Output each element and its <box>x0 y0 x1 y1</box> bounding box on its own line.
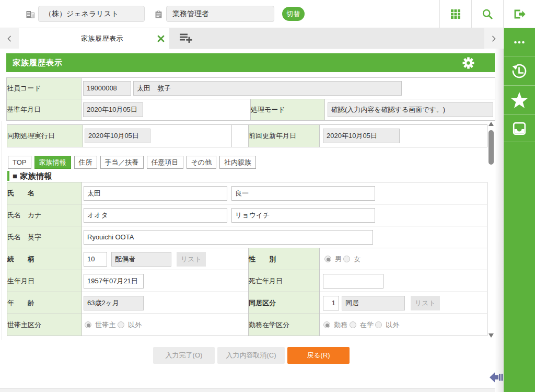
chevron-left-icon <box>7 36 11 42</box>
process-mode-field[interactable]: 確認(入力内容を確認する画面です。) <box>328 102 493 117</box>
work-school-label: 勤務在学区分 <box>249 314 320 336</box>
relation-list-button[interactable]: リスト <box>177 252 206 267</box>
company-icon <box>26 10 34 18</box>
tab-title: 家族履歴表示 <box>81 28 123 49</box>
living-list-button[interactable]: リスト <box>411 296 440 310</box>
sync-info-table: 同期処理実行日 2020年10月05日 前回更新年月日 2020年10月05日 <box>7 124 487 147</box>
sidebar-favorites-button[interactable] <box>504 86 535 115</box>
family-kana-sei-input[interactable]: オオタ <box>84 208 227 223</box>
sidebar-more-button[interactable] <box>504 28 535 56</box>
app-window: （株）ジェネラリスト 業務管理者 切替 <box>0 0 535 392</box>
screen-title-bar: 家族履歴表示 <box>6 53 495 72</box>
gender-female-radio[interactable] <box>343 256 350 262</box>
household-head-label: 世帯主 <box>95 320 116 330</box>
scrollbar-thumb[interactable] <box>489 130 494 165</box>
relation-code-input[interactable]: 10 <box>84 252 107 267</box>
tab-optional[interactable]: 任意項目 <box>147 156 183 169</box>
living-name-field[interactable]: 同居 <box>342 296 405 310</box>
household-head-radio[interactable] <box>85 321 91 328</box>
death-date-input[interactable] <box>323 274 383 289</box>
age-label: 年 齢 <box>7 292 82 314</box>
work-working-radio[interactable] <box>323 321 330 328</box>
family-romaji-input[interactable]: Ryouichi OOTA <box>84 230 373 245</box>
family-name-mei-input[interactable]: 良一 <box>231 186 375 201</box>
tab-top[interactable]: TOP <box>8 156 31 169</box>
search-button[interactable] <box>472 0 503 28</box>
search-icon <box>482 9 493 19</box>
household-other-radio[interactable] <box>118 321 124 328</box>
ellipsis-icon <box>514 41 525 44</box>
logout-button[interactable] <box>504 0 535 28</box>
living-label: 同居区分 <box>249 292 320 314</box>
relation-label: 続 柄 <box>7 248 82 270</box>
tab-close-icon[interactable] <box>157 35 165 42</box>
input-complete-button[interactable]: 入力完了(O) <box>153 347 215 364</box>
work-other-radio[interactable] <box>375 321 382 328</box>
family-kana-mei-input[interactable]: リョウイチ <box>231 208 375 223</box>
sidebar-history-button[interactable] <box>504 56 535 86</box>
back-button[interactable]: 戻る(R) <box>287 347 350 364</box>
gender-male-radio[interactable] <box>324 256 331 262</box>
role-icon <box>155 10 162 18</box>
tab-scroll-left-button[interactable] <box>0 28 19 49</box>
birth-date-label: 生年月日 <box>7 270 82 292</box>
employee-code-field[interactable]: 19000008 <box>83 81 131 96</box>
scrollbar-up-arrow[interactable] <box>489 122 494 126</box>
bottom-strip <box>0 388 495 392</box>
section-tabs: TOP 家族情報 住所 手当／扶養 任意項目 その他 社内親族 <box>8 156 256 169</box>
base-date-field[interactable]: 2020年10月05日 <box>83 102 143 117</box>
scrollbar-down-arrow[interactable] <box>489 333 494 338</box>
family-info-table: 氏 名 太田 良一 氏名 カナ オオタ リョウイチ <box>7 182 487 336</box>
gender-male-label: 男 <box>335 255 342 264</box>
section-header: ■ 家族情報 <box>7 171 52 181</box>
sync-date-label: 同期処理実行日 <box>7 125 83 147</box>
living-code-input[interactable]: 1 <box>323 296 339 310</box>
household-other-label: 以外 <box>128 320 142 330</box>
main-content: 家族履歴表示 社員コード 19000008 <box>0 49 504 392</box>
gender-female-label: 女 <box>354 255 360 264</box>
tab-scroll-right-button[interactable] <box>484 28 503 49</box>
tab-allowance[interactable]: 手当／扶養 <box>100 156 144 169</box>
household-label: 世帯主区分 <box>7 314 82 336</box>
star-icon <box>510 92 528 109</box>
company-input[interactable]: （株）ジェネラリスト <box>38 6 145 22</box>
last-update-field[interactable]: 2020年10月05日 <box>323 129 400 143</box>
role-input[interactable]: 業務管理者 <box>166 6 274 22</box>
gear-icon[interactable] <box>462 57 474 69</box>
last-update-label: 前回更新年月日 <box>249 125 320 147</box>
age-field[interactable]: 63歳2ヶ月 <box>84 296 144 310</box>
switch-button[interactable]: 切替 <box>282 7 305 21</box>
work-other-label: 以外 <box>386 320 400 330</box>
sync-date-field[interactable]: 2020年10月05日 <box>85 129 150 143</box>
employee-code-label: 社員コード <box>7 78 82 99</box>
birth-date-input[interactable]: 1957年07月21日 <box>84 274 144 289</box>
input-cancel-button[interactable]: 入力内容取消(C) <box>217 347 285 364</box>
sidebar-inbox-button[interactable] <box>504 115 535 142</box>
form-scroll-area: 同期処理実行日 2020年10月05日 前回更新年月日 2020年10月05日 <box>2 121 495 340</box>
tab-other[interactable]: その他 <box>187 156 217 169</box>
romaji-label: 氏名 英字 <box>7 226 82 248</box>
inbox-icon <box>513 122 526 135</box>
process-mode-label: 処理モード <box>251 99 325 121</box>
base-date-label: 基準年月日 <box>7 99 82 121</box>
tab-address[interactable]: 住所 <box>74 156 97 169</box>
family-name-sei-input[interactable]: 太田 <box>84 186 227 201</box>
tab-company-relatives[interactable]: 社内親族 <box>219 156 256 169</box>
tab-family-info[interactable]: 家族情報 <box>34 156 71 169</box>
sidebar-shadow <box>495 49 504 392</box>
name-label: 氏 名 <box>7 182 82 204</box>
relation-name-field[interactable]: 配偶者 <box>111 252 171 267</box>
tab-family-history[interactable]: 家族履歴表示 <box>19 28 169 49</box>
work-school-radio[interactable] <box>350 321 356 328</box>
employee-name-field[interactable]: 太田 敦子 <box>133 81 402 96</box>
app-header: （株）ジェネラリスト 業務管理者 切替 <box>0 0 535 28</box>
tab-list-add-icon[interactable] <box>178 32 193 45</box>
kana-label: 氏名 カナ <box>7 204 82 226</box>
work-school-option-label: 在学 <box>360 320 374 330</box>
death-date-label: 死亡年月日 <box>249 270 320 292</box>
apps-menu-button[interactable] <box>440 0 471 28</box>
gender-label: 性 別 <box>249 248 320 270</box>
chevron-right-icon <box>492 36 496 42</box>
history-icon <box>510 62 528 80</box>
collapse-panel-icon[interactable] <box>490 372 503 383</box>
